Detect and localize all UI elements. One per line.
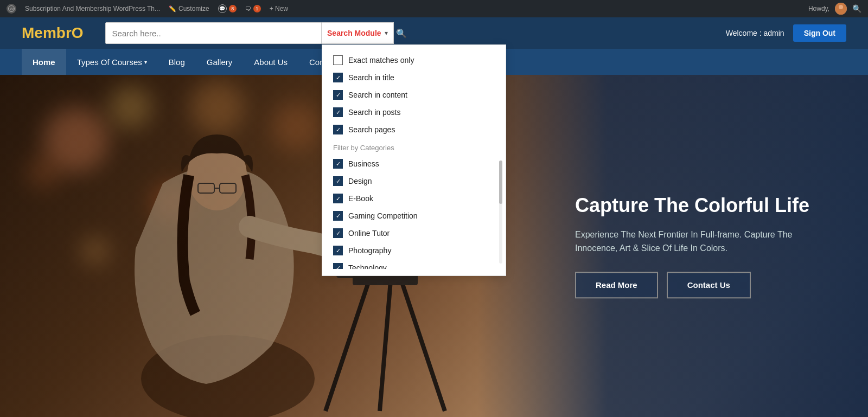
wp-logo-icon: W [7, 4, 16, 14]
search-bar-wrapper: Search Module ▾ Exact matches only ✓ Sea… [105, 22, 409, 44]
search-go-icon: 🔍 [396, 28, 407, 39]
checkbox-search-content[interactable]: ✓ [333, 90, 343, 100]
option-search-posts-label: Search in posts [348, 108, 401, 117]
nav-item-gallery[interactable]: Gallery [196, 49, 244, 75]
site-name-item[interactable]: Subscription And Membership WordPress Th… [25, 5, 160, 12]
hero-content: Capture The Colorful Life Experience The… [575, 194, 825, 298]
search-input[interactable] [105, 22, 322, 44]
nav-item-blog[interactable]: Blog [158, 49, 196, 75]
hero-buttons: Read More Contact Us [575, 272, 825, 298]
comment-icon: 💬 [218, 4, 227, 13]
hero-title: Capture The Colorful Life [575, 194, 825, 217]
admin-bar-right: Howdy, 🔍 [808, 3, 861, 15]
option-search-title-label: Search in title [348, 73, 394, 82]
messages-badge: 1 [253, 5, 261, 12]
comments-badge: 8 [229, 5, 237, 12]
category-technology[interactable]: ✓ Technology [322, 259, 506, 269]
svg-point-3 [839, 5, 843, 9]
category-business[interactable]: ✓ Business [322, 155, 506, 172]
category-photography[interactable]: ✓ Photography [322, 242, 506, 259]
option-search-content-label: Search in content [348, 91, 407, 99]
comments-item[interactable]: 💬 8 [218, 4, 237, 13]
howdy-text: Howdy, [808, 5, 829, 12]
category-business-label: Business [348, 159, 379, 168]
messages-item[interactable]: 🗨 1 [245, 5, 261, 12]
checkbox-exact-matches[interactable] [333, 55, 343, 65]
header-right: Welcome : admin Sign Out [726, 24, 846, 42]
category-online-tutor-label: Online Tutor [348, 229, 390, 238]
svg-text:W: W [10, 7, 14, 11]
user-avatar[interactable] [835, 3, 847, 15]
dropdown-arrow-icon: ▾ [385, 29, 388, 37]
admin-bar: W Subscription And Membership WordPress … [0, 0, 868, 17]
category-gaming-label: Gaming Competition [348, 211, 418, 220]
wp-logo-item[interactable]: W [7, 4, 16, 14]
pencil-icon: ✏️ [169, 5, 176, 12]
logo-text: Membr [22, 24, 72, 41]
header: MembrO Search Module ▾ Exact matches onl… [0, 17, 868, 49]
category-technology-label: Technology [348, 264, 387, 269]
option-exact-matches-label: Exact matches only [348, 56, 414, 65]
contact-us-button[interactable]: Contact Us [667, 272, 751, 298]
checkbox-ebook[interactable]: ✓ [333, 194, 343, 203]
option-search-title[interactable]: ✓ Search in title [322, 69, 506, 86]
option-exact-matches[interactable]: Exact matches only [322, 52, 506, 69]
option-search-pages-label: Search pages [348, 125, 395, 134]
category-ebook-label: E-Book [348, 194, 373, 203]
search-dropdown: Exact matches only ✓ Search in title ✓ S… [322, 44, 506, 276]
option-search-content[interactable]: ✓ Search in content [322, 86, 506, 104]
checkbox-design[interactable]: ✓ [333, 176, 343, 186]
checkbox-online-tutor[interactable]: ✓ [333, 228, 343, 238]
category-design[interactable]: ✓ Design [322, 172, 506, 190]
category-design-label: Design [348, 177, 372, 185]
nav-item-home[interactable]: Home [22, 49, 66, 75]
logo: MembrO [22, 24, 84, 42]
search-module-button[interactable]: Search Module ▾ Exact matches only ✓ Sea… [322, 22, 394, 44]
nav-item-about[interactable]: About Us [243, 49, 298, 75]
checkbox-photography[interactable]: ✓ [333, 246, 343, 255]
option-search-pages[interactable]: ✓ Search pages [322, 121, 506, 138]
nav-item-courses[interactable]: Types Of Courses ▾ [66, 49, 158, 75]
category-online-tutor[interactable]: ✓ Online Tutor [322, 224, 506, 242]
welcome-text: Welcome : admin [726, 29, 784, 37]
category-ebook[interactable]: ✓ E-Book [322, 190, 506, 207]
new-item[interactable]: + New [270, 5, 288, 12]
checkbox-search-title[interactable]: ✓ [333, 73, 343, 82]
checkbox-gaming[interactable]: ✓ [333, 211, 343, 221]
customize-item[interactable]: ✏️ Customize [169, 5, 209, 12]
scrollbar-thumb[interactable] [499, 161, 502, 204]
filter-by-categories-label: Filter by Categories [322, 138, 506, 155]
admin-search-icon[interactable]: 🔍 [852, 4, 861, 13]
checkbox-search-posts[interactable]: ✓ [333, 107, 343, 117]
read-more-button[interactable]: Read More [575, 272, 658, 298]
hero-subtitle: Experience The Next Frontier In Full-fra… [575, 228, 825, 255]
message-icon: 🗨 [245, 5, 251, 12]
category-photography-label: Photography [348, 246, 391, 255]
category-gaming[interactable]: ✓ Gaming Competition [322, 207, 506, 224]
logo-highlight: O [72, 24, 84, 41]
search-go-button[interactable]: 🔍 [394, 22, 409, 44]
scrollbar-track[interactable] [499, 161, 502, 264]
courses-dropdown-arrow: ▾ [144, 59, 147, 65]
sign-out-button[interactable]: Sign Out [793, 24, 846, 42]
site-name-text: Subscription And Membership WordPress Th… [25, 5, 160, 12]
search-module-label: Search Module [327, 29, 381, 37]
option-search-posts[interactable]: ✓ Search in posts [322, 104, 506, 121]
checkbox-technology[interactable]: ✓ [333, 263, 343, 269]
checkbox-search-pages[interactable]: ✓ [333, 125, 343, 134]
checkbox-business[interactable]: ✓ [333, 159, 343, 169]
